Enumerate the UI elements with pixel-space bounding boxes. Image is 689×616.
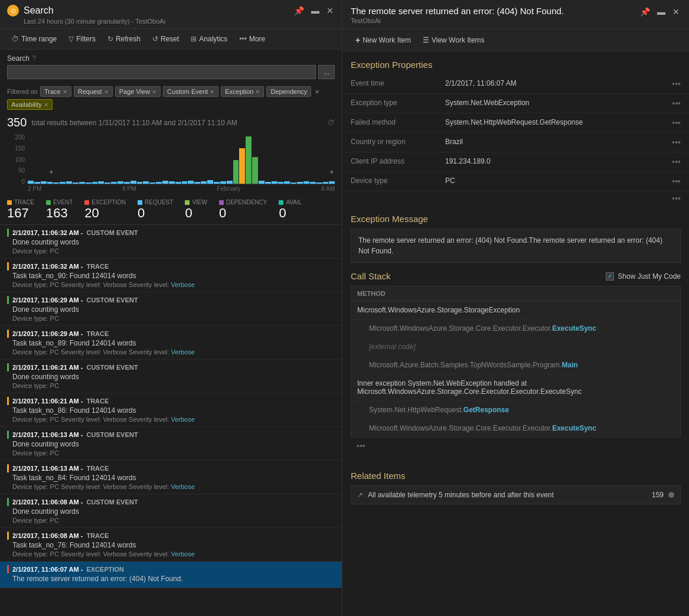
tag-dependency[interactable]: Dependency [266, 86, 311, 97]
prop-value: 2/1/2017, 11:06:07 AM [437, 74, 654, 94]
chart-bar [310, 182, 316, 184]
right-close-button[interactable]: ✕ [671, 6, 681, 18]
tag-availability[interactable]: Availability ✕ [7, 99, 53, 110]
list-item[interactable]: 2/1/2017, 11:06:13 AM - CUSTOM EVENT Don… [0, 427, 342, 461]
search-options-button[interactable]: ... [318, 65, 335, 79]
pin-button[interactable]: 📌 [293, 5, 305, 17]
call-stack-cell: Microsoft.Azure.Batch.Samples.TopNWordsS… [351, 356, 681, 374]
item-timestamp: 2/1/2017, 11:06:08 AM - [12, 498, 83, 506]
list-item[interactable]: 2/1/2017, 11:06:08 AM - TRACE Task task_… [0, 528, 342, 562]
item-timestamp: 2/1/2017, 11:06:32 AM - [12, 263, 83, 270]
chart-bar [175, 182, 181, 184]
stat-dependency-value: 0 [219, 206, 267, 221]
tag-exception-close[interactable]: ✕ [255, 89, 260, 95]
tag-request-close[interactable]: ✕ [104, 89, 109, 95]
item-color-bar [7, 565, 9, 573]
refresh-button[interactable]: ↻ Refresh [103, 32, 145, 45]
show-just-code-label: Show Just My Code [618, 272, 681, 281]
item-meta: Device type: PC Severity level: Verbose … [12, 483, 335, 490]
list-item[interactable]: 2/1/2017, 11:06:21 AM - CUSTOM EVENT Don… [0, 360, 342, 393]
view-work-items-button[interactable]: ☰ View Work Items [418, 34, 489, 47]
call-stack-row: Inner exception System.Net.WebException … [351, 374, 681, 401]
item-body: Task task_no_86: Found 124014 words [12, 406, 335, 415]
tag-pageview-close[interactable]: ✕ [152, 89, 156, 95]
chart-bar [329, 181, 335, 184]
tag-customevent-close[interactable]: ✕ [210, 89, 214, 95]
tag-exception[interactable]: Exception ✕ [221, 86, 264, 97]
related-items-title: Related Items [342, 462, 689, 485]
chart-bar [47, 182, 53, 184]
right-minimize-button[interactable]: ▬ [656, 6, 667, 18]
severity-label: Verbose [171, 348, 194, 356]
new-work-item-button[interactable]: + New Work Item [351, 33, 416, 47]
time-range-button[interactable]: ⏱ Time range [7, 32, 61, 45]
show-just-code-toggle[interactable]: ✓ Show Just My Code [606, 272, 681, 281]
related-item[interactable]: ↗ All available telemetry 5 minutes befo… [351, 485, 681, 504]
prop-more-button[interactable]: ••• [654, 172, 689, 191]
tag-trace[interactable]: Trace ✕ [40, 86, 71, 97]
show-just-code-checkbox[interactable]: ✓ [606, 272, 614, 281]
list-item-header: 2/1/2017, 11:06:29 AM - CUSTOM EVENT [7, 296, 335, 304]
item-type: CUSTOM EVENT [86, 364, 138, 371]
history-icon[interactable]: ⏱ [328, 119, 335, 127]
tag-customevent[interactable]: Custom Event ✕ [163, 86, 218, 97]
right-panel: The remote server returned an error: (40… [342, 0, 689, 616]
plus-icon: + [355, 35, 360, 45]
results-description: total results between 1/31/2017 11:10 AM… [31, 119, 237, 127]
item-color-bar [7, 464, 9, 472]
panel-title-text: Search [24, 5, 54, 16]
list-item[interactable]: 2/1/2017, 11:06:29 AM - TRACE Task task_… [0, 326, 342, 360]
reset-button[interactable]: ↺ Reset [148, 32, 184, 45]
tag-availability-close[interactable]: ✕ [44, 102, 48, 108]
prop-more-button[interactable]: ••• [654, 94, 689, 113]
tag-request[interactable]: Request ✕ [74, 86, 113, 97]
item-timestamp: 2/1/2017, 11:06:13 AM - [12, 431, 83, 438]
stat-view-value: 0 [185, 206, 207, 221]
analytics-button[interactable]: ⊞ Analytics [186, 32, 232, 45]
item-body: Done counting words [12, 238, 335, 246]
list-item[interactable]: 2/1/2017, 11:06:32 AM - TRACE Task task_… [0, 259, 342, 292]
tag-pageview[interactable]: Page View ✕ [115, 86, 161, 97]
more-button[interactable]: ••• More [234, 32, 270, 45]
chart-bar [156, 182, 162, 184]
prop-value: System.Net.HttpWebRequest.GetResponse [437, 113, 654, 133]
x-label-6pm: 6 PM [122, 185, 136, 192]
list-item[interactable]: 2/1/2017, 11:06:13 AM - TRACE Task task_… [0, 461, 342, 494]
right-pin-button[interactable]: 📌 [639, 6, 651, 18]
list-item[interactable]: 2/1/2017, 11:06:07 AM - EXCEPTION The re… [0, 562, 342, 588]
list-item[interactable]: 2/1/2017, 11:06:29 AM - CUSTOM EVENT Don… [0, 292, 342, 326]
chart-bar [149, 182, 155, 184]
chart-bar [86, 182, 92, 184]
left-panel: ⊙ Search 📌 ▬ ✕ Last 24 hours (30 minute … [0, 0, 342, 616]
chart-bars [28, 134, 335, 184]
close-button[interactable]: ✕ [325, 5, 335, 17]
chart-bar [278, 182, 284, 184]
item-timestamp: 2/1/2017, 11:06:07 AM - [12, 566, 83, 573]
call-stack-more-button[interactable]: ••• [351, 438, 681, 454]
prop-more-button[interactable]: ••• [654, 113, 689, 133]
search-input[interactable] [7, 65, 316, 79]
item-meta: Device type: PC Severity level: Verbose … [12, 348, 335, 356]
minimize-button[interactable]: ▬ [310, 5, 321, 17]
chart-bar [188, 181, 194, 184]
item-type: EXCEPTION [86, 566, 124, 573]
item-type: TRACE [86, 330, 109, 337]
chart-arrow-left: ▲ [48, 168, 54, 174]
all-tags-close[interactable]: ✕ [315, 89, 319, 95]
prop-more-button[interactable]: ••• [654, 152, 689, 172]
properties-more-button[interactable]: ••• [672, 194, 681, 203]
prop-more-button[interactable]: ••• [654, 74, 689, 94]
chart-bar [124, 182, 130, 184]
list-item[interactable]: 2/1/2017, 11:06:08 AM - CUSTOM EVENT Don… [0, 494, 342, 528]
search-label: Search ? [7, 54, 335, 63]
tag-trace-close[interactable]: ✕ [63, 89, 67, 95]
chart-arrow-right: ▲ [329, 168, 335, 174]
filters-button[interactable]: ▽ Filters [64, 32, 100, 45]
right-content: Exception Properties Event time 2/1/2017… [342, 51, 689, 616]
filtered-on-label: Filtered on [7, 88, 38, 95]
prop-more-button[interactable]: ••• [654, 133, 689, 152]
chart-bar [117, 181, 123, 184]
list-item[interactable]: 2/1/2017, 11:06:21 AM - TRACE Task task_… [0, 393, 342, 427]
chart-x-labels: 2 PM 6 PM February 6 AM [28, 184, 335, 193]
list-item[interactable]: 2/1/2017, 11:06:32 AM - CUSTOM EVENT Don… [0, 225, 342, 259]
